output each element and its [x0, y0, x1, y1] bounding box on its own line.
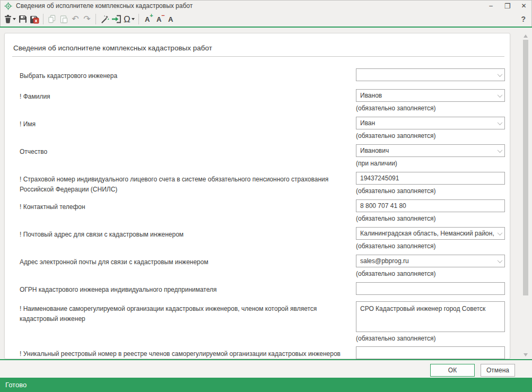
textarea-sro-name[interactable]: СРО Кадастровый инженер город Советск — [356, 301, 505, 332]
field-hint: (обязательно заполняется) — [356, 335, 436, 342]
paste-icon — [59, 15, 68, 23]
chevron-down-icon[interactable] — [495, 228, 504, 239]
undo-icon: ↶ — [72, 15, 79, 23]
input-sro-number[interactable] — [356, 346, 505, 359]
form-header: Сведения об исполнителе комплексных када… — [13, 44, 501, 52]
field-label-first-name: ! Имя — [20, 119, 342, 129]
toolbar-separator — [43, 14, 43, 24]
font-reset-button[interactable]: A — [165, 13, 177, 25]
combobox-postal-address[interactable]: Калининградская область, Неманский район… — [356, 227, 505, 240]
paste-button — [58, 13, 69, 25]
close-button[interactable]: ✕ — [516, 0, 532, 12]
field-label-phone: ! Контактный телефон — [20, 202, 342, 212]
undo-button: ↶ — [69, 13, 81, 25]
field-value: Иванович — [356, 147, 495, 154]
toolbar: x ↶ ↷ — [0, 12, 532, 27]
form-panel: Сведения об исполнителе комплексных када… — [4, 33, 510, 359]
copy-icon — [48, 15, 56, 23]
scroll-down-icon[interactable] — [524, 353, 528, 356]
combobox-email[interactable]: sales@pbprog.ru — [356, 255, 505, 267]
input-phone[interactable]: 8 800 707 41 80 — [356, 199, 505, 212]
floppy-close-icon: x — [30, 15, 39, 24]
help-button[interactable]: ? — [521, 15, 526, 23]
magic-wand-icon — [100, 15, 109, 24]
field-hint: (при наличии) — [356, 160, 397, 167]
field-label-email: Адрес электронной почты для связи с када… — [20, 257, 342, 267]
field-value: Иванов — [356, 92, 495, 99]
field-hint: (обязательно заполняется) — [356, 270, 436, 277]
combobox-last-name[interactable]: Иванов — [356, 89, 505, 102]
dropdown-caret-icon — [13, 18, 16, 20]
input-snils[interactable]: 19437245091 — [356, 172, 505, 185]
window-controls: – ❐ ✕ — [483, 0, 532, 12]
cancel-button[interactable]: Отмена — [481, 364, 515, 377]
field-label-sro-name: ! Наименование саморегулируемой организа… — [20, 304, 342, 324]
field-value: Калининградская область, Неманский район… — [356, 230, 495, 237]
chevron-down-icon[interactable] — [495, 255, 504, 267]
combobox-middle-name[interactable]: Иванович — [356, 144, 505, 157]
symbol-button[interactable]: Ω — [123, 13, 136, 25]
floppy-icon — [19, 15, 27, 23]
redo-icon: ↷ — [83, 15, 90, 23]
chevron-down-icon[interactable] — [495, 145, 504, 156]
trash-icon — [4, 15, 12, 23]
header-separator — [12, 56, 504, 57]
title-bar: Сведения об исполнителе комплексных када… — [0, 0, 532, 12]
window-title: Сведения об исполнителе комплексных када… — [16, 2, 193, 10]
ok-button[interactable]: ОК — [430, 364, 475, 377]
maximize-button[interactable]: ❐ — [499, 0, 516, 12]
content-area: Сведения об исполнителе комплексных када… — [0, 28, 532, 359]
font-increase-button[interactable]: A+ — [142, 13, 153, 25]
field-value: Иван — [356, 119, 495, 127]
field-hint: (обязательно заполняется) — [356, 215, 436, 222]
chevron-down-icon[interactable] — [495, 90, 504, 101]
app-target-icon — [4, 2, 12, 10]
save-button[interactable] — [17, 13, 29, 25]
toolbar-separator — [95, 14, 96, 24]
footer-bar: ОК Отмена — [0, 360, 532, 378]
field-label-snils: ! Страховой номер индивидуального лицево… — [20, 175, 342, 194]
status-text: Готово — [5, 381, 27, 389]
field-hint: (обязательно заполняется) — [356, 187, 436, 195]
minimize-button[interactable]: – — [483, 0, 499, 12]
import-button[interactable] — [110, 13, 123, 25]
font-decrease-icon: A− — [155, 15, 163, 23]
field-hint: (обязательно заполняется) — [356, 242, 436, 250]
import-arrow-icon — [111, 15, 121, 23]
field-hint: (обязательно заполняется) — [356, 132, 436, 140]
magic-wand-button[interactable] — [99, 13, 110, 25]
font-decrease-button[interactable]: A− — [153, 13, 165, 25]
scrollbar-thumb[interactable] — [523, 40, 528, 295]
field-value: СРО Кадастровый инженер город Советск — [356, 302, 504, 312]
app-window: Сведения об исполнителе комплексных када… — [0, 0, 532, 392]
field-label-postal-address: ! Почтовый адрес для связи с кадастровым… — [20, 230, 342, 240]
field-label-middle-name: Отчество — [20, 147, 342, 157]
omega-icon: Ω — [124, 15, 130, 24]
field-value: sales@pbprog.ru — [356, 257, 495, 265]
combobox-first-name[interactable]: Иван — [356, 117, 505, 129]
scroll-up-icon[interactable] — [524, 34, 528, 38]
font-reset-icon: A — [167, 15, 175, 23]
toolbar-separator — [138, 14, 139, 24]
dropdown-caret-icon — [132, 18, 135, 20]
field-value: 19437245091 — [356, 175, 504, 182]
input-ogrn[interactable] — [356, 282, 505, 295]
field-label-choose-engineer: Выбрать кадастрового инженера — [20, 71, 342, 81]
redo-button: ↷ — [81, 13, 93, 25]
field-hint: (обязательно заполняется) — [356, 104, 436, 112]
field-label-ogrn: ОГРН кадастрового инженера индивидуально… — [20, 285, 342, 295]
combobox-choose-engineer[interactable] — [356, 68, 505, 81]
field-value: 8 800 707 41 80 — [356, 202, 504, 210]
svg-text:x: x — [34, 18, 38, 23]
chevron-down-icon[interactable] — [495, 69, 504, 81]
delete-button[interactable] — [3, 13, 17, 25]
chevron-down-icon[interactable] — [495, 117, 504, 129]
copy-button — [46, 13, 58, 25]
field-label-last-name: ! Фамилия — [20, 92, 342, 102]
vertical-scrollbar[interactable] — [522, 33, 529, 359]
font-increase-icon: A+ — [143, 15, 152, 23]
field-label-sro-number: ! Уникальный реестровый номер в реестре … — [20, 349, 342, 359]
status-bar: Готово — [0, 378, 532, 392]
save-close-button[interactable]: x — [29, 13, 40, 25]
